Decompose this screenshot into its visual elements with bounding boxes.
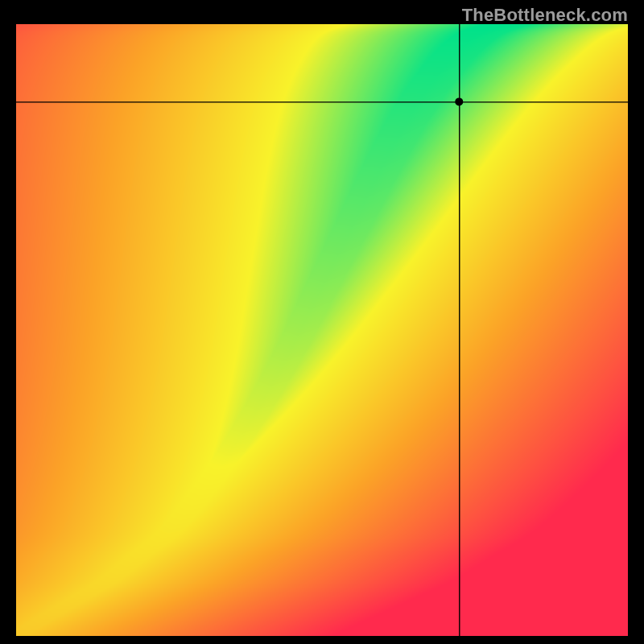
heatmap-canvas <box>16 24 628 636</box>
plot-area <box>16 24 628 636</box>
watermark-label: TheBottleneck.com <box>462 5 628 26</box>
chart-frame: TheBottleneck.com <box>0 0 644 644</box>
